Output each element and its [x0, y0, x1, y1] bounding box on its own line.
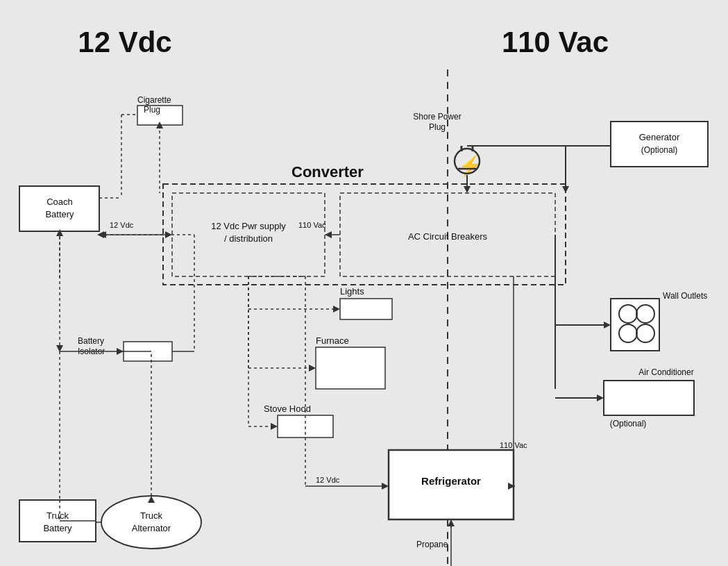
furnace-label: Furnace [316, 335, 349, 346]
dc-pwr-label: 12 Vdc Pwr supply [211, 221, 286, 231]
svg-rect-0 [0, 0, 728, 566]
truck-battery-label: Truck [46, 510, 69, 521]
svg-rect-52 [611, 299, 659, 351]
label-110vac-converter: 110 Vac [298, 221, 326, 229]
svg-point-72 [101, 496, 201, 549]
truck-alternator-label2: Alternator [132, 523, 171, 533]
ac-breakers-label: AC Circuit Breakers [408, 231, 488, 242]
propane-label: Propane [416, 540, 448, 549]
coach-battery-label2: Battery [45, 209, 74, 219]
air-conditioner-label: Air Conditioner [638, 367, 693, 377]
svg-rect-28 [340, 299, 392, 319]
title-110vac: 110 Vac [502, 26, 609, 58]
truck-battery-label2: Battery [43, 523, 72, 533]
svg-rect-23 [611, 122, 708, 167]
shore-power-label2: Plug [429, 122, 446, 132]
svg-rect-32 [316, 347, 385, 389]
lights-label: Lights [340, 286, 364, 297]
stove-hood-label: Stove Hood [264, 403, 311, 414]
air-conditioner-optional: (Optional) [610, 419, 647, 428]
shore-power-label: Shore Power [413, 112, 461, 122]
coach-battery-label: Coach [46, 197, 73, 207]
converter-label: Converter [291, 163, 364, 181]
wall-outlets-label: Wall Outlets [663, 291, 707, 301]
label-12vdc-arrow: 12 Vdc [110, 221, 134, 229]
dc-pwr-label2: / distribution [224, 233, 273, 244]
svg-rect-60 [604, 381, 694, 415]
title-12vdc: 12 Vdc [78, 26, 171, 58]
generator-optional: (Optional) [641, 145, 678, 155]
truck-alternator-label: Truck [140, 510, 163, 521]
label-12vdc-ref: 12 Vdc [316, 476, 340, 484]
cigarette-plug-label: Cigarette [137, 95, 171, 105]
refrigerator-label: Refrigerator [421, 475, 481, 487]
diagram: 12 Vdc 110 Vac Converter 12 Vdc Pwr supp… [0, 0, 728, 566]
cigarette-plug-label2: Plug [144, 105, 160, 115]
generator-label: Generator [639, 132, 680, 142]
battery-isolator-label: Battery [78, 336, 104, 346]
